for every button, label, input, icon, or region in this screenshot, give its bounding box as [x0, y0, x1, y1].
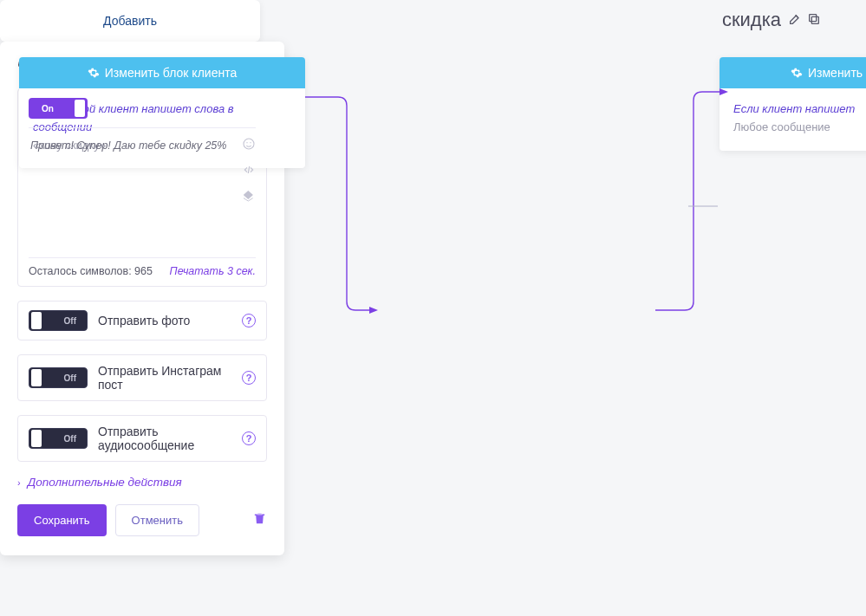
emoji-icon[interactable]: [242, 137, 256, 154]
send-instagram-section: Off Отправить Инстаграм пост ?: [17, 354, 267, 401]
message-text: Привет! Супер! Даю тебе скидку 25%: [30, 139, 226, 152]
client-right-condition: Если клиент напишет: [733, 102, 855, 115]
add-block-label: Добавить: [103, 14, 157, 28]
svg-marker-2: [369, 307, 378, 314]
send-photo-section: Off Отправить фото ?: [17, 301, 267, 340]
edit-title-icon[interactable]: [788, 9, 802, 31]
client-right-any: Любое сообщение: [733, 120, 830, 133]
send-photo-label: Отправить фото: [98, 314, 231, 327]
svg-point-4: [244, 139, 254, 149]
trash-icon: [252, 511, 267, 526]
page-title-bar: скидка: [722, 9, 821, 31]
more-actions-label: Дополнительные действия: [28, 476, 182, 489]
send-instagram-label: Отправить Инстаграм пост: [98, 364, 231, 392]
gear-icon: [88, 67, 100, 79]
svg-point-6: [250, 142, 251, 143]
page-title: скидка: [722, 9, 781, 31]
delete-button[interactable]: [252, 511, 267, 529]
more-actions-link[interactable]: › Дополнительные действия: [17, 476, 267, 489]
toggle-knob: [75, 100, 85, 117]
send-audio-section: Off Отправить аудиосообщение ?: [17, 415, 267, 462]
send-audio-toggle[interactable]: Off: [29, 428, 88, 449]
cancel-button[interactable]: Отменить: [115, 504, 199, 536]
copy-title-icon[interactable]: [807, 9, 821, 31]
chevron-right-icon: ›: [17, 477, 21, 488]
svg-rect-0: [811, 16, 818, 23]
gear-icon: [791, 67, 803, 79]
message-textarea[interactable]: Привет! Супер! Даю тебе скидку 25%: [29, 127, 256, 257]
client-block-header-label: Изменить блок клиента: [105, 66, 237, 80]
toggle-knob: [31, 430, 42, 447]
svg-rect-1: [810, 15, 817, 22]
connector-right-add: [687, 198, 730, 215]
tags-icon[interactable]: [242, 189, 256, 206]
client-block-right-header-label: Изменить: [808, 66, 863, 80]
help-icon[interactable]: ?: [242, 431, 256, 445]
svg-point-5: [246, 142, 247, 143]
typing-delay[interactable]: Печатать 3 сек.: [170, 265, 256, 277]
send-instagram-toggle[interactable]: Off: [29, 367, 88, 388]
client-block-right-body: Если клиент напишет Любое сообщение: [719, 88, 866, 151]
send-audio-label: Отправить аудиосообщение: [98, 425, 231, 452]
client-block-right-header[interactable]: Изменить: [719, 57, 866, 88]
chars-remaining: Осталось символов: 965: [29, 265, 153, 277]
send-photo-toggle[interactable]: Off: [29, 310, 88, 331]
toggle-knob: [31, 369, 42, 386]
action-buttons: Сохранить Отменить: [17, 504, 267, 536]
help-icon[interactable]: ?: [242, 371, 256, 385]
add-block-card[interactable]: Добавить: [0, 0, 260, 42]
save-button[interactable]: Сохранить: [17, 504, 107, 536]
help-icon[interactable]: ?: [242, 314, 256, 327]
toggle-knob: [31, 312, 42, 329]
connector-left: [303, 95, 381, 321]
send-message-toggle[interactable]: On: [29, 98, 88, 119]
client-block-right: Изменить Если клиент напишет Любое сообщ…: [719, 57, 866, 151]
client-block-header[interactable]: Изменить блок клиента: [19, 57, 305, 88]
code-icon[interactable]: [242, 163, 256, 180]
